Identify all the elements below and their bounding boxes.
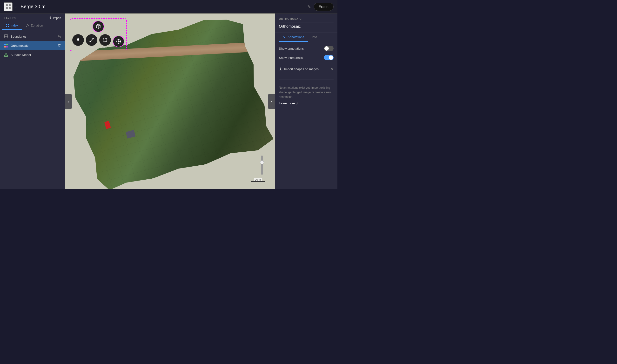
line-label: Line: [90, 46, 93, 49]
annotation-top-row: [72, 21, 124, 32]
right-panel-header: ORTHOMOSAIC Orthomosaic: [275, 13, 337, 33]
extra-icon: [116, 39, 121, 44]
svg-rect-4: [6, 24, 7, 25]
left-nav-arrow[interactable]: ‹: [65, 94, 72, 109]
svg-rect-3: [9, 7, 11, 9]
line-icon: [89, 38, 94, 42]
svg-line-20: [90, 39, 93, 41]
learn-more-link[interactable]: Learn more: [279, 102, 295, 105]
map-pin-col: [92, 21, 104, 32]
left-sidebar: LAYERS Import Index: [0, 13, 65, 189]
map-pin-btn[interactable]: [92, 21, 104, 32]
layers-label: LAYERS: [4, 17, 16, 20]
layer-list: Boundaries Orthomosaic: [0, 30, 65, 61]
tab-index[interactable]: Index: [2, 22, 22, 30]
show-thumbnails-toggle[interactable]: [324, 55, 334, 60]
tab-annotations[interactable]: Annotations: [279, 33, 308, 42]
svg-marker-16: [4, 53, 8, 56]
scale-line: [251, 181, 265, 182]
line-btn[interactable]: [86, 34, 97, 46]
main-layout: LAYERS Import Index: [0, 13, 337, 189]
annotation-bottom-row: Point Line: [72, 34, 124, 49]
boundaries-icon: [4, 34, 8, 39]
svg-rect-0: [6, 4, 8, 6]
surface-model-icon: [4, 52, 8, 57]
boundaries-actions: [57, 35, 61, 38]
svg-point-17: [77, 38, 79, 41]
area-icon: [103, 38, 107, 42]
svg-rect-7: [8, 26, 9, 27]
project-title: Berge 30 m: [21, 4, 303, 9]
delete-icon[interactable]: [57, 44, 61, 48]
svg-rect-5: [8, 24, 9, 25]
show-thumbnails-thumb: [329, 55, 333, 60]
svg-rect-13: [4, 46, 6, 48]
grid-icon-btn[interactable]: [4, 2, 13, 11]
svg-rect-14: [6, 46, 8, 48]
layer-tabs: Index Zonation: [0, 22, 65, 30]
zoom-slider-thumb[interactable]: [260, 160, 264, 164]
zoom-control[interactable]: [261, 156, 263, 175]
annotation-toolbar: Point Line: [70, 18, 127, 51]
extra-col: [113, 36, 124, 47]
layers-header: LAYERS Import: [0, 13, 65, 22]
zoom-slider-track[interactable]: [261, 156, 263, 175]
panel-tabs: Annotations Info: [275, 33, 337, 42]
no-annotations-section: No annotations exist yet. Import existin…: [279, 79, 334, 105]
learn-more-icon: ↗: [296, 102, 299, 105]
topbar: › Berge 30 m ✎ Export: [0, 0, 337, 13]
show-thumbnails-row: Show thumbnails: [279, 55, 334, 60]
index-tab-icon: [6, 24, 9, 27]
eye-off-icon[interactable]: [57, 35, 61, 38]
point-label: Point: [76, 46, 81, 49]
svg-rect-6: [6, 26, 7, 27]
point-icon: [76, 38, 80, 42]
right-nav-arrow[interactable]: ›: [268, 94, 275, 109]
area-btn[interactable]: [99, 34, 111, 46]
scale-label: 20 m: [254, 178, 262, 181]
map-icon: [96, 24, 101, 29]
svg-rect-1: [9, 4, 11, 6]
point-btn[interactable]: [72, 34, 84, 46]
import-icon: [49, 16, 52, 20]
import-shapes-icon: [279, 67, 282, 71]
import-shapes-row[interactable]: Import shapes or images ∨: [279, 64, 334, 74]
layer-item-boundaries[interactable]: Boundaries: [0, 32, 65, 41]
tab-zonation[interactable]: Zonation: [22, 22, 47, 30]
learn-more-row: Learn more ↗: [279, 102, 334, 105]
right-panel-subtitle: Orthomosaic: [279, 24, 334, 29]
area-label: Area: [103, 46, 107, 49]
no-annotations-text: No annotations exist yet. Import existin…: [279, 86, 334, 100]
svg-rect-12: [6, 44, 8, 45]
import-shapes-label: Import shapes or images: [279, 67, 319, 71]
layer-item-surface-model[interactable]: Surface Model: [0, 50, 65, 59]
show-annotations-row: Show annotations: [279, 46, 334, 51]
import-btn[interactable]: Import: [49, 16, 61, 20]
svg-rect-2: [6, 7, 8, 9]
export-button[interactable]: Export: [314, 3, 334, 11]
tab-info[interactable]: Info: [308, 33, 321, 42]
map-area[interactable]: Point Line: [65, 13, 275, 189]
right-panel-divider: [279, 22, 334, 22]
line-col: Line: [86, 34, 97, 49]
svg-point-25: [284, 36, 285, 37]
svg-rect-21: [103, 38, 107, 42]
layer-item-orthomosaic[interactable]: Orthomosaic: [0, 41, 65, 50]
extra-btn[interactable]: [113, 36, 124, 47]
area-col: Area: [99, 34, 111, 49]
svg-rect-11: [4, 44, 6, 45]
edit-icon-btn[interactable]: ✎: [307, 4, 311, 9]
orthomosaic-icon: [4, 43, 8, 48]
point-col: Point: [72, 34, 84, 49]
show-thumbnails-label: Show thumbnails: [279, 56, 303, 60]
import-shapes-arrow: ∨: [331, 67, 334, 71]
annotations-tab-icon: [283, 35, 286, 39]
panel-content: Show annotations Show thumbnails Import …: [275, 42, 337, 189]
show-annotations-toggle[interactable]: [324, 46, 334, 51]
zonation-tab-icon: [26, 24, 29, 27]
orthomosaic-actions: [57, 44, 61, 48]
right-panel: ORTHOMOSAIC Orthomosaic Annotations Info…: [275, 13, 337, 189]
right-panel-title: ORTHOMOSAIC: [279, 17, 334, 20]
scale-bar: 20 m: [251, 178, 265, 182]
show-annotations-thumb: [324, 46, 329, 51]
